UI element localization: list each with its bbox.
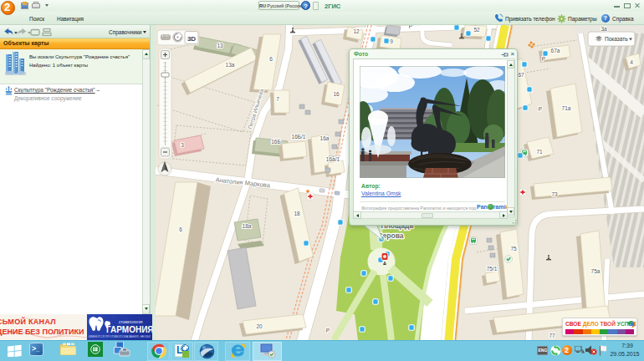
svg-text:Показать: Показать xyxy=(605,36,628,42)
svg-text:4: 4 xyxy=(630,59,633,65)
svg-text:3D: 3D xyxy=(187,35,196,43)
svg-text:13: 13 xyxy=(217,43,223,48)
svg-text:75/1: 75/1 xyxy=(487,266,498,272)
svg-text:67а: 67а xyxy=(551,48,560,53)
svg-text:12: 12 xyxy=(353,28,360,34)
svg-text:16а: 16а xyxy=(320,135,330,141)
svg-text:16Б/1: 16Б/1 xyxy=(292,134,306,140)
svg-text:16а/1: 16а/1 xyxy=(326,156,340,162)
svg-text:77: 77 xyxy=(549,333,555,338)
svg-text:20: 20 xyxy=(256,323,263,329)
svg-text:73: 73 xyxy=(551,191,558,197)
svg-text:7: 7 xyxy=(276,96,279,102)
svg-text:75а: 75а xyxy=(591,268,601,274)
svg-text:6: 6 xyxy=(179,226,182,232)
svg-text:16Б: 16Б xyxy=(271,139,281,145)
svg-text:18а: 18а xyxy=(243,223,252,229)
svg-text:P: P xyxy=(542,56,545,62)
svg-text:75: 75 xyxy=(510,246,517,252)
svg-text:3а: 3а xyxy=(601,26,607,32)
svg-text:16: 16 xyxy=(333,91,340,97)
svg-text:P: P xyxy=(539,106,542,112)
svg-text:71а: 71а xyxy=(562,105,571,111)
svg-text:13а: 13а xyxy=(226,62,235,68)
svg-text:6: 6 xyxy=(269,56,273,62)
svg-text:52: 52 xyxy=(473,27,480,33)
svg-text:9: 9 xyxy=(390,38,393,44)
svg-text:18: 18 xyxy=(294,211,300,216)
svg-text:71: 71 xyxy=(536,149,543,155)
svg-text:P: P xyxy=(409,25,412,29)
svg-text:67: 67 xyxy=(518,72,524,78)
svg-text:3: 3 xyxy=(181,142,184,148)
svg-text:P: P xyxy=(326,328,330,333)
